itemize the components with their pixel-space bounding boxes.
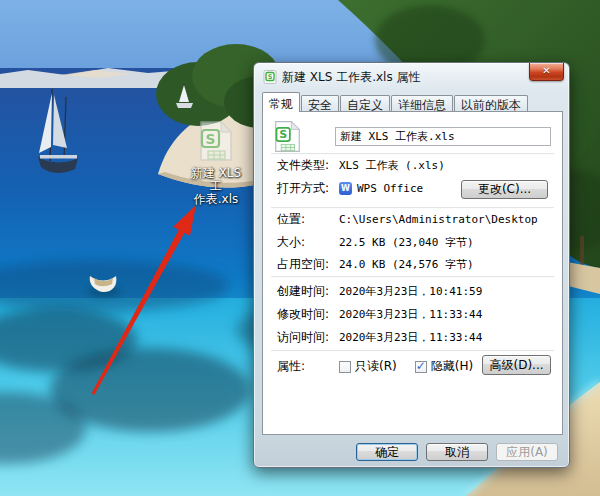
cancel-button[interactable]: 取消 xyxy=(426,443,488,461)
desktop: S 新建 XLS 工 作表.xls S 新建 XLS 工作表.xls 属性 ✕ xyxy=(0,0,600,496)
dialog-footer: 确定 取消 应用(A) xyxy=(254,443,569,461)
size-row: 大小: 22.5 KB (23,040 字节) xyxy=(277,235,554,250)
hidden-checkbox[interactable] xyxy=(415,361,427,373)
tab-custom[interactable]: 自定义 xyxy=(340,95,390,111)
close-icon: ✕ xyxy=(542,65,550,76)
wps-office-icon: W xyxy=(339,182,352,195)
advanced-button[interactable]: 高级(D)... xyxy=(482,355,551,375)
hidden-label: 隐藏(H) xyxy=(431,358,473,375)
location-row: 位置: C:\Users\Administrator\Desktop xyxy=(277,212,554,227)
accessed-row: 访问时间: 2020年3月23日，11:33:44 xyxy=(277,330,554,345)
svg-text:S: S xyxy=(279,128,287,141)
separator xyxy=(271,207,554,208)
general-tab-page: S 文件类型: XLS 工作表 (.xls) 打开方式: W WPS Offic… xyxy=(262,111,563,435)
desktop-icon-xls-file[interactable]: S 新建 XLS 工 作表.xls xyxy=(186,120,246,206)
dialog-title: 新建 XLS 工作表.xls 属性 xyxy=(282,69,420,86)
tab-details[interactable]: 详细信息 xyxy=(391,95,453,111)
separator xyxy=(271,153,554,154)
tab-strip: 常规 安全 自定义 详细信息 以前的版本 xyxy=(262,92,529,111)
separator xyxy=(271,350,554,351)
separator xyxy=(271,276,554,277)
ok-button[interactable]: 确定 xyxy=(356,443,418,461)
modified-row: 修改时间: 2020年3月23日，11:33:44 xyxy=(277,307,554,322)
svg-text:S: S xyxy=(205,131,215,147)
apply-button: 应用(A) xyxy=(496,443,558,461)
tab-previous-versions[interactable]: 以前的版本 xyxy=(454,95,528,111)
xls-file-icon-large: S xyxy=(272,120,303,153)
tab-general[interactable]: 常规 xyxy=(262,92,300,112)
svg-text:S: S xyxy=(268,73,273,81)
desktop-icon-label: 新建 XLS 工 作表.xls xyxy=(186,167,246,206)
titlebar-spreadsheet-icon: S xyxy=(263,70,277,84)
readonly-label: 只读(R) xyxy=(355,358,397,375)
readonly-checkbox[interactable] xyxy=(339,361,351,373)
file-properties-dialog: S 新建 XLS 工作表.xls 属性 ✕ 常规 安全 自定义 详细信息 以前的… xyxy=(253,62,570,468)
tab-security[interactable]: 安全 xyxy=(301,95,339,111)
created-row: 创建时间: 2020年3月23日，10:41:59 xyxy=(277,284,554,299)
xls-file-icon: S xyxy=(197,120,235,162)
filename-input[interactable] xyxy=(335,127,551,146)
close-button[interactable]: ✕ xyxy=(529,63,564,81)
size-on-disk-row: 占用空间: 24.0 KB (24,576 字节) xyxy=(277,257,554,272)
change-button[interactable]: 更改(C)... xyxy=(461,180,548,199)
dialog-titlebar[interactable]: S 新建 XLS 工作表.xls 属性 ✕ xyxy=(254,63,569,91)
file-type-row: 文件类型: XLS 工作表 (.xls) xyxy=(277,158,554,173)
